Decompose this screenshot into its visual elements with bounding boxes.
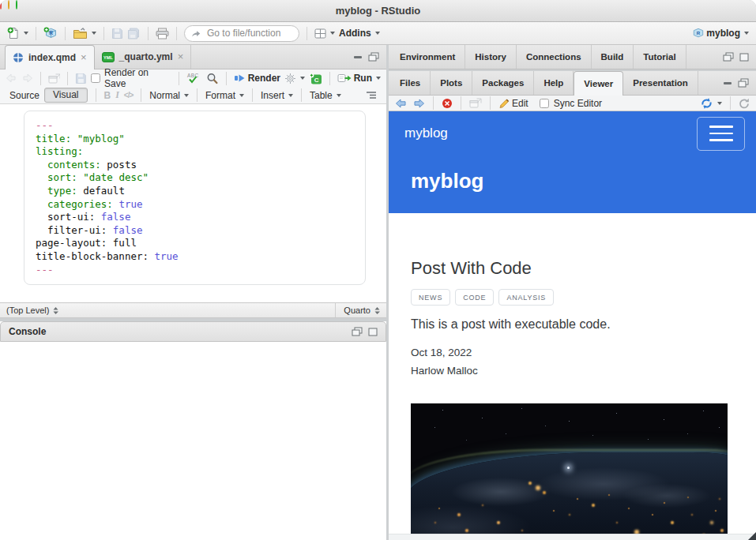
italic-button[interactable]: I bbox=[115, 89, 119, 101]
tab-environment[interactable]: Environment bbox=[390, 45, 465, 69]
table-caret bbox=[337, 94, 341, 97]
mode-selector[interactable]: Quarto bbox=[335, 303, 380, 317]
project-menu-button[interactable]: R myblog bbox=[692, 28, 749, 39]
restore-pane-icon[interactable] bbox=[352, 327, 363, 336]
navbar-toggler-button[interactable] bbox=[697, 117, 745, 151]
refresh-icon[interactable] bbox=[739, 98, 750, 109]
yaml-code-block[interactable]: ---title: "myblog"listing: contents: pos… bbox=[24, 111, 366, 285]
render-on-save-checkbox[interactable] bbox=[91, 73, 100, 83]
source-mode-button[interactable]: Source bbox=[9, 90, 39, 101]
new-project-button[interactable]: R bbox=[43, 27, 58, 39]
pane-bottom-strip bbox=[389, 534, 756, 540]
viewer-toolbar: Edit Sync Editor bbox=[389, 96, 756, 111]
addins-button[interactable]: Addins bbox=[339, 28, 380, 39]
open-file-button[interactable] bbox=[73, 28, 96, 39]
save-button[interactable] bbox=[111, 28, 123, 39]
minimize-pane-icon[interactable] bbox=[353, 53, 363, 61]
close-window-button[interactable] bbox=[0, 0, 2, 9]
main-toolbar: R Addins bbox=[0, 22, 756, 45]
edit-button[interactable]: Edit bbox=[498, 98, 528, 109]
blog-navbar-title[interactable]: myblog bbox=[404, 126, 448, 141]
workspace-panes-button[interactable] bbox=[314, 28, 335, 39]
goto-arrow-icon bbox=[191, 29, 201, 38]
render-settings-button[interactable] bbox=[284, 73, 305, 84]
tab-connections[interactable]: Connections bbox=[517, 45, 592, 69]
toolbar-separator bbox=[67, 72, 68, 85]
new-project-icon: R bbox=[43, 27, 58, 39]
open-in-new-window-icon[interactable] bbox=[469, 98, 482, 108]
minimize-window-button[interactable] bbox=[8, 0, 9, 9]
sync-editor-checkbox[interactable] bbox=[540, 99, 549, 108]
scope-selector[interactable]: (Top Level) bbox=[6, 306, 49, 315]
sync-caret[interactable] bbox=[717, 102, 722, 105]
new-file-button[interactable] bbox=[7, 27, 28, 39]
bold-button[interactable]: B bbox=[104, 90, 111, 101]
code-button[interactable]: </> bbox=[124, 91, 133, 99]
visual-mode-button[interactable]: Visual bbox=[44, 88, 87, 103]
project-caret[interactable] bbox=[744, 32, 749, 35]
render-button[interactable]: Render bbox=[234, 73, 280, 84]
render-settings-caret[interactable] bbox=[300, 77, 305, 80]
close-tab-icon[interactable]: × bbox=[81, 54, 87, 62]
open-file-caret[interactable] bbox=[92, 32, 96, 35]
maximize-pane-icon[interactable] bbox=[368, 328, 378, 336]
insert-label: Insert bbox=[261, 90, 284, 101]
sync-button[interactable] bbox=[700, 98, 722, 109]
new-file-caret[interactable] bbox=[24, 32, 28, 35]
tab-presentation[interactable]: Presentation bbox=[623, 71, 698, 95]
table-menu[interactable]: Table bbox=[310, 90, 341, 101]
run-button[interactable]: Run bbox=[337, 73, 381, 84]
category-badge[interactable]: ANALYSIS bbox=[498, 289, 554, 306]
maximize-pane-icon[interactable] bbox=[738, 78, 749, 88]
open-in-new-window-icon[interactable] bbox=[48, 73, 61, 84]
goto-file-search[interactable] bbox=[184, 25, 299, 42]
blog-banner-title: myblog bbox=[411, 169, 483, 193]
forward-icon[interactable] bbox=[21, 73, 33, 83]
hamburger-icon bbox=[709, 126, 733, 128]
format-menu[interactable]: Format bbox=[205, 90, 244, 101]
svg-text:R: R bbox=[697, 30, 701, 36]
tab-plots[interactable]: Plots bbox=[431, 71, 472, 95]
outline-toggle-icon[interactable] bbox=[366, 91, 377, 100]
run-caret[interactable] bbox=[376, 77, 381, 80]
find-replace-icon[interactable] bbox=[206, 73, 219, 84]
paragraph-style-dropdown[interactable]: Normal bbox=[149, 90, 189, 101]
restore-pane-icon[interactable] bbox=[723, 52, 734, 62]
tab-tutorial[interactable]: Tutorial bbox=[634, 45, 686, 69]
tab-help[interactable]: Help bbox=[534, 71, 574, 95]
viewer-forward-icon[interactable] bbox=[412, 99, 425, 108]
window-resize-grip[interactable] bbox=[748, 532, 756, 540]
insert-menu[interactable]: Insert bbox=[261, 90, 293, 101]
project-name-label: myblog bbox=[706, 28, 740, 39]
tab-viewer[interactable]: Viewer bbox=[574, 71, 623, 96]
scope-updown-icon bbox=[53, 307, 58, 314]
save-all-button[interactable] bbox=[127, 28, 141, 39]
maximize-pane-icon[interactable] bbox=[368, 52, 379, 62]
print-button[interactable] bbox=[156, 28, 169, 39]
addins-caret[interactable] bbox=[375, 32, 380, 35]
back-icon[interactable] bbox=[6, 73, 17, 83]
clear-viewer-icon[interactable] bbox=[442, 98, 453, 109]
insert-chunk-icon[interactable]: C bbox=[309, 73, 322, 84]
category-badge[interactable]: NEWS bbox=[411, 289, 450, 306]
viewer-back-icon[interactable] bbox=[395, 99, 408, 108]
minimize-pane-icon[interactable] bbox=[723, 79, 732, 87]
tab-packages[interactable]: Packages bbox=[472, 71, 534, 95]
close-tab-icon[interactable]: × bbox=[178, 53, 184, 61]
run-icon bbox=[337, 73, 352, 84]
tab-files[interactable]: Files bbox=[390, 71, 431, 95]
visual-editor-canvas[interactable]: ---title: "myblog"listing: contents: pos… bbox=[0, 104, 386, 302]
console-body[interactable] bbox=[0, 342, 386, 540]
tab-build[interactable]: Build bbox=[592, 45, 634, 69]
maximize-pane-icon[interactable] bbox=[739, 53, 749, 62]
tab-index-qmd[interactable]: index.qmd × bbox=[5, 45, 95, 69]
tab-quarto-yml[interactable]: YML _quarto.yml × bbox=[95, 45, 192, 69]
console-header[interactable]: Console bbox=[0, 321, 386, 342]
category-badge[interactable]: CODE bbox=[455, 289, 494, 306]
save-icon[interactable] bbox=[75, 73, 87, 84]
zoom-window-button[interactable] bbox=[16, 0, 17, 9]
tab-history[interactable]: History bbox=[465, 45, 517, 69]
spellcheck-icon[interactable]: ABC bbox=[186, 72, 202, 84]
panes-caret[interactable] bbox=[330, 32, 335, 35]
goto-file-input[interactable] bbox=[205, 27, 292, 39]
